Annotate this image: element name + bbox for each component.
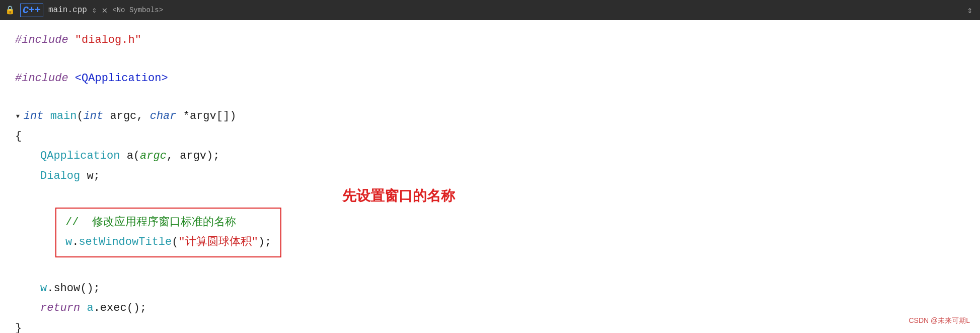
settitle-obj: w <box>65 232 72 252</box>
main-rest: *argv[]) <box>177 106 237 126</box>
main-int2: int <box>84 106 104 126</box>
qapp-class: QApplication <box>40 146 120 166</box>
return-obj: a <box>87 298 93 318</box>
no-symbols-label: <No Symbols> <box>112 6 163 14</box>
main-space <box>43 106 50 126</box>
code-line-openbrace: { <box>15 126 965 147</box>
code-line-main: ▾ int main ( int argc, char *argv[]) <box>15 106 965 126</box>
main-name: main <box>50 106 77 126</box>
file-icon: C++ <box>20 4 43 17</box>
include2-value: <QApplication> <box>75 69 168 89</box>
include2-space <box>68 69 75 89</box>
code-editor: #include "dialog.h" #include <QApplicati… <box>0 20 980 333</box>
dialog-class: Dialog <box>40 166 80 186</box>
empty-line-3 <box>15 186 965 205</box>
code-line-return: return a .exec(); <box>40 298 965 318</box>
qapp-argc: argc <box>140 146 167 166</box>
empty-line-4 <box>15 260 965 279</box>
main-params: ( <box>77 106 83 126</box>
code-line-include2: #include <QApplication> <box>15 69 965 89</box>
settitle-method: setWindowTitle <box>79 232 172 252</box>
code-line-dialog: Dialog w; <box>40 166 965 186</box>
code-line-qapp: QApplication a( argc , argv); <box>40 146 965 166</box>
show-method: .show(); <box>47 279 100 299</box>
empty-line-1 <box>15 50 965 69</box>
empty-line-2 <box>15 88 965 106</box>
code-line-settitle: w . setWindowTitle ( "计算圆球体积" ); <box>65 232 271 252</box>
arrows-icon[interactable]: ⇕ <box>92 5 97 15</box>
code-line-comment: // 修改应用程序窗口标准的名称 <box>65 213 271 233</box>
highlighted-section: // 修改应用程序窗口标准的名称 w . setWindowTitle ( "计… <box>35 205 965 260</box>
code-line-include1: #include "dialog.h" <box>15 30 965 50</box>
return-space <box>80 298 87 318</box>
lock-icon: 🔒 <box>5 5 15 15</box>
qapp-comma: , argv); <box>167 146 220 166</box>
close-brace: } <box>15 318 22 333</box>
csdn-watermark: CSDN @未来可期L <box>909 316 970 325</box>
include1-space <box>68 30 75 50</box>
close-button[interactable]: ✕ <box>102 5 107 16</box>
main-int: int <box>24 106 44 126</box>
comment-text: // 修改应用程序窗口标准的名称 <box>65 213 236 233</box>
settitle-dot: . <box>72 232 79 252</box>
settitle-paren: ( <box>172 232 178 252</box>
include1-value: "dialog.h" <box>75 30 141 50</box>
return-keyword: return <box>40 298 80 318</box>
return-method: .exec(); <box>94 298 147 318</box>
settitle-end: ); <box>258 232 271 252</box>
dialog-rest: w; <box>80 166 100 186</box>
tab-filename[interactable]: main.cpp <box>48 6 87 15</box>
title-bar: 🔒 C++ main.cpp ⇕ ✕ <No Symbols> ⇕ <box>0 0 980 20</box>
annotation-label: 先设置窗口的名称 <box>342 186 455 206</box>
code-line-show: w .show(); <box>40 279 965 299</box>
open-brace: { <box>15 126 22 147</box>
main-argc: argc, <box>103 106 149 126</box>
code-line-closebrace: } <box>15 318 965 333</box>
settitle-str: "计算圆球体积" <box>178 232 258 252</box>
right-arrow-icon[interactable]: ⇕ <box>967 5 972 16</box>
highlight-box: // 修改应用程序窗口标准的名称 w . setWindowTitle ( "计… <box>55 208 281 257</box>
include2-keyword: #include <box>15 69 68 89</box>
include1-keyword: #include <box>15 30 68 50</box>
qapp-rest: a( <box>120 146 140 166</box>
fold-arrow-icon: ▾ <box>15 108 21 124</box>
main-char: char <box>150 106 177 126</box>
show-obj: w <box>40 279 47 299</box>
